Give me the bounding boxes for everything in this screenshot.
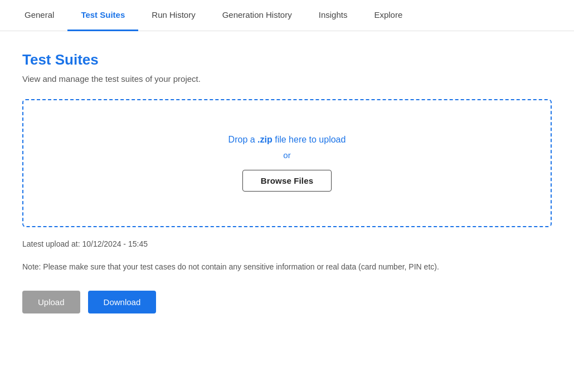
upload-button[interactable]: Upload xyxy=(22,291,80,313)
page-title: Test Suites xyxy=(22,51,552,68)
drop-text-suffix: file here to upload xyxy=(273,135,346,144)
latest-upload-text: Latest upload at: 10/12/2024 - 15:45 xyxy=(22,239,552,248)
tab-navigation: General Test Suites Run History Generati… xyxy=(0,0,574,31)
drop-text-prefix: Drop a xyxy=(228,135,257,144)
drop-text-zip: .zip xyxy=(257,135,273,144)
note-text: Note: Please make sure that your test ca… xyxy=(22,261,524,273)
tab-test-suites[interactable]: Test Suites xyxy=(67,0,138,31)
browse-files-button[interactable]: Browse Files xyxy=(242,170,332,192)
page-subtitle: View and manage the test suites of your … xyxy=(22,74,552,84)
tab-run-history[interactable]: Run History xyxy=(138,0,208,31)
download-button[interactable]: Download xyxy=(88,291,157,313)
main-content: Test Suites View and manage the test sui… xyxy=(0,31,574,334)
tab-generation-history[interactable]: Generation History xyxy=(209,0,305,31)
tab-insights[interactable]: Insights xyxy=(305,0,361,31)
tab-explore[interactable]: Explore xyxy=(361,0,416,31)
file-drop-zone[interactable]: Drop a .zip file here to upload or Brows… xyxy=(22,99,552,227)
tab-general[interactable]: General xyxy=(11,0,67,31)
drop-zone-or: or xyxy=(283,150,290,160)
drop-zone-text: Drop a .zip file here to upload xyxy=(228,135,346,145)
action-buttons: Upload Download xyxy=(22,291,552,313)
